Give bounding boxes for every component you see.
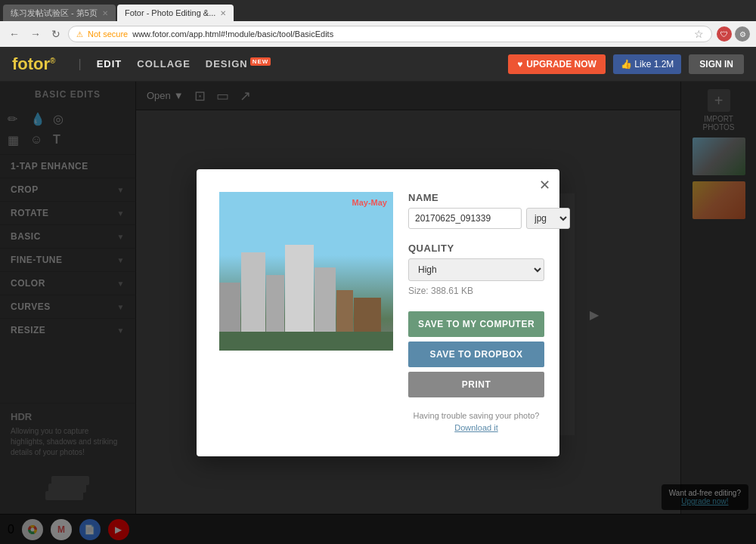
quality-label: QUALITY: [408, 243, 544, 254]
thumbs-up-icon: 👍: [621, 59, 632, 70]
file-size: Size: 388.61 KB: [408, 286, 544, 296]
tab-2-close[interactable]: ✕: [220, 9, 226, 17]
protocol-label: Not secure: [88, 29, 128, 39]
modal-watermark: May-May: [352, 198, 387, 207]
name-label: NAME: [408, 192, 544, 203]
forward-button[interactable]: →: [27, 26, 44, 42]
header-right: ♥ UPGRADE NOW 👍 Like 1.2M SIGN IN: [508, 54, 744, 74]
download-link[interactable]: Download it: [408, 423, 544, 432]
save-modal: ✕ May-: [197, 169, 559, 456]
heart-icon: ♥: [517, 59, 522, 70]
address-bar[interactable]: ⚠ Not secure www.fotor.com/app.html#!mod…: [68, 26, 712, 42]
browser-actions: 🛡 ⚙: [717, 26, 750, 42]
save-to-computer-button[interactable]: SAVE TO MY COMPUTER: [408, 311, 544, 337]
nav-divider: |: [78, 57, 81, 71]
browser-toolbar: ← → ↻ ⚠ Not secure www.fotor.com/app.htm…: [0, 21, 756, 47]
print-button[interactable]: PRINT: [408, 372, 544, 397]
main-area: BASIC EDITS ✏ 💧 ◎ ▦ ☺ T 1-TAP ENHANCE CR…: [0, 82, 756, 544]
nav-design[interactable]: DESIGNNEW: [206, 58, 271, 70]
modal-photo-preview: May-May: [219, 192, 393, 351]
filename-input[interactable]: [408, 208, 522, 229]
signin-button[interactable]: SIGN IN: [689, 54, 744, 74]
nav-collage[interactable]: COLLAGE: [137, 58, 191, 70]
nav-edit[interactable]: EDIT: [97, 58, 122, 70]
trouble-text: Having trouble saving your photo?: [408, 411, 544, 420]
tab-1-label: 练习发帖试验区 - 第5页: [11, 8, 98, 19]
name-row: jpg png bmp tiff: [408, 208, 544, 229]
tab-2-label: Fotor - Photo Editing &...: [125, 8, 215, 17]
upgrade-button[interactable]: ♥ UPGRADE NOW: [508, 54, 606, 74]
address-text: www.fotor.com/app.html#!module/basic/too…: [132, 29, 333, 39]
app: fotor® | EDIT COLLAGE DESIGNNEW ♥ UPGRAD…: [0, 47, 756, 544]
extension-btn-1[interactable]: 🛡: [717, 26, 732, 42]
bookmark-icon[interactable]: ☆: [694, 28, 704, 40]
refresh-button[interactable]: ↻: [48, 26, 64, 42]
tab-1-close[interactable]: ✕: [102, 9, 108, 17]
lock-icon: ⚠: [76, 30, 83, 39]
browser-tab-2[interactable]: Fotor - Photo Editing &... ✕: [117, 5, 234, 21]
extension-select[interactable]: jpg png bmp tiff: [526, 208, 570, 229]
modal-overlay: ✕ May-: [0, 82, 756, 544]
browser-chrome: 练习发帖试验区 - 第5页 ✕ Fotor - Photo Editing &.…: [0, 0, 756, 47]
app-header: fotor® | EDIT COLLAGE DESIGNNEW ♥ UPGRAD…: [0, 47, 756, 82]
modal-controls: NAME jpg png bmp tiff QUALITY Low Medi: [408, 192, 544, 434]
extension-btn-2[interactable]: ⚙: [735, 26, 750, 42]
browser-tabs: 练习发帖试验区 - 第5页 ✕ Fotor - Photo Editing &.…: [0, 0, 756, 21]
new-badge: NEW: [250, 57, 271, 66]
back-button[interactable]: ←: [6, 26, 23, 42]
modal-close-button[interactable]: ✕: [539, 177, 550, 193]
app-logo: fotor®: [12, 54, 55, 74]
browser-tab-1[interactable]: 练习发帖试验区 - 第5页 ✕: [3, 5, 116, 21]
quality-select[interactable]: Low Medium High Best: [408, 258, 544, 281]
facebook-like-button[interactable]: 👍 Like 1.2M: [613, 54, 681, 74]
save-to-dropbox-button[interactable]: SAVE TO DROPBOX: [408, 342, 544, 367]
